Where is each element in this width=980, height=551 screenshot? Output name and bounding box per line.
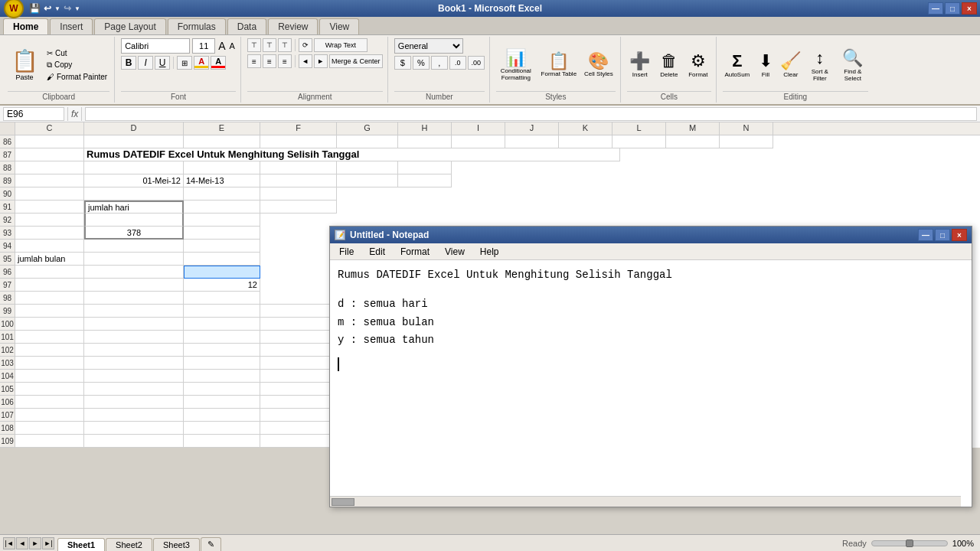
tab-page-layout[interactable]: Page Layout [94, 18, 165, 34]
currency-button[interactable]: $ [394, 56, 411, 70]
notepad-text-area[interactable]: Rumus DATEDIF Excel Untuk Menghitung Sel… [330, 260, 972, 497]
cell-e94[interactable] [184, 240, 260, 253]
redo-icon[interactable]: ↪ [64, 3, 71, 14]
row-header-106[interactable]: 106 [0, 396, 15, 409]
cell-c89[interactable] [15, 174, 84, 187]
notepad-close-button[interactable]: × [952, 229, 967, 241]
formula-input[interactable] [85, 107, 977, 121]
cell-c94[interactable] [15, 240, 84, 253]
col-header-c[interactable]: C [15, 122, 84, 135]
notepad-scrollbar-h[interactable] [330, 496, 961, 507]
notepad-menu-edit[interactable]: Edit [363, 245, 391, 259]
cell-d91[interactable]: jumlah hari [84, 201, 184, 214]
cell-reference-box[interactable] [3, 107, 64, 121]
tab-view[interactable]: View [319, 18, 359, 34]
undo-dropdown[interactable]: ▼ [54, 5, 60, 12]
notepad-menu-format[interactable]: Format [394, 245, 436, 259]
cell-g86[interactable] [337, 135, 398, 148]
cell-d93[interactable]: 378 [84, 227, 184, 240]
cell-j86[interactable] [505, 135, 559, 148]
save-icon[interactable]: 💾 [29, 3, 41, 14]
sheet-nav-prev[interactable]: ◄ [16, 537, 28, 549]
autosum-button[interactable]: Σ AutoSum [723, 51, 752, 78]
cell-c97[interactable] [15, 279, 84, 292]
row-header-89[interactable]: 89 [0, 174, 15, 187]
cell-d92[interactable] [84, 214, 184, 227]
row-header-109[interactable]: 109 [0, 435, 15, 448]
maximize-button[interactable]: □ [945, 2, 960, 15]
row-header-108[interactable]: 108 [0, 422, 15, 435]
conditional-formatting-button[interactable]: 📊 Conditional Formatting [496, 47, 536, 83]
cell-d90[interactable] [84, 187, 184, 201]
sort-filter-button[interactable]: ↕ Sort & Filter [805, 48, 835, 82]
delete-cells-button[interactable]: 🗑 Delete [656, 51, 682, 78]
cell-d88[interactable] [84, 161, 184, 174]
cell-c90[interactable] [15, 187, 84, 201]
close-button[interactable]: × [962, 2, 977, 15]
cell-h88[interactable] [398, 161, 452, 174]
number-format-select[interactable]: General Number Currency Date [394, 38, 463, 54]
rotate-text-button[interactable]: ⟳ [299, 38, 312, 52]
format-cells-button[interactable]: ⚙ Format [685, 51, 711, 78]
sheet-tab-sheet3[interactable]: Sheet3 [153, 538, 200, 551]
font-color-button[interactable]: A [211, 56, 226, 70]
tab-home[interactable]: Home [3, 18, 48, 34]
cell-c87[interactable] [15, 148, 84, 161]
sheet-nav-last[interactable]: ►| [42, 537, 54, 549]
fill-button[interactable]: ⬇ Fill [754, 51, 777, 78]
notepad-menu-file[interactable]: File [333, 245, 360, 259]
cell-f89[interactable] [260, 174, 337, 187]
cell-c86[interactable] [15, 135, 84, 148]
cell-d97[interactable] [84, 279, 184, 292]
cell-d86[interactable] [84, 135, 184, 148]
cell-i86[interactable] [452, 135, 505, 148]
cell-d87[interactable]: Rumus DATEDIF Excel Untuk Menghitung Sel… [84, 148, 620, 161]
italic-button[interactable]: I [138, 56, 153, 70]
insert-cells-button[interactable]: ➕ Insert [627, 51, 653, 78]
row-header-107[interactable]: 107 [0, 409, 15, 422]
row-header-87[interactable]: 87 [0, 148, 15, 161]
cell-d95[interactable] [84, 253, 184, 266]
cell-c92[interactable] [15, 214, 84, 227]
zoom-slider-track[interactable] [871, 540, 948, 546]
indent-increase-button[interactable]: ► [314, 54, 328, 68]
row-header-91[interactable]: 91 [0, 201, 15, 214]
notepad-window[interactable]: 📝 Untitled - Notepad — □ × File Edit For… [329, 226, 972, 507]
cell-e88[interactable] [184, 161, 260, 174]
row-header-98[interactable]: 98 [0, 292, 15, 305]
cell-e86[interactable] [184, 135, 260, 148]
align-top-left-button[interactable]: ⊤ [247, 38, 261, 52]
merge-center-button[interactable]: Merge & Center [329, 54, 383, 68]
border-button[interactable]: ⊞ [177, 56, 192, 70]
decrease-decimal-button[interactable]: .00 [468, 56, 485, 70]
cell-e91[interactable] [184, 201, 260, 214]
col-header-g[interactable]: G [337, 122, 398, 135]
row-header-102[interactable]: 102 [0, 344, 15, 357]
format-painter-button[interactable]: 🖌Format Painter [44, 72, 109, 82]
cell-d94[interactable] [84, 240, 184, 253]
cell-e92[interactable] [184, 214, 260, 227]
fill-color-button[interactable]: A [194, 56, 209, 70]
cell-e90[interactable] [184, 187, 260, 201]
find-select-button[interactable]: 🔍 Find & Select [838, 48, 868, 82]
bold-button[interactable]: B [121, 56, 136, 70]
format-as-table-button[interactable]: 📋 Format Table [539, 50, 579, 80]
align-left-button[interactable]: ≡ [247, 54, 261, 68]
row-header-103[interactable]: 103 [0, 357, 15, 370]
indent-decrease-button[interactable]: ◄ [299, 54, 312, 68]
cell-e97[interactable]: 12 [184, 279, 260, 292]
paste-button[interactable]: 📋 Paste [8, 42, 41, 88]
row-header-90[interactable]: 90 [0, 187, 15, 201]
row-header-86[interactable]: 86 [0, 135, 15, 148]
col-header-n[interactable]: N [720, 122, 773, 135]
align-top-center-button[interactable]: ⊤ [263, 38, 276, 52]
col-header-j[interactable]: J [505, 122, 559, 135]
row-header-92[interactable]: 92 [0, 214, 15, 227]
font-name-input[interactable] [121, 38, 190, 54]
notepad-menu-help[interactable]: Help [474, 245, 505, 259]
row-header-101[interactable]: 101 [0, 331, 15, 344]
align-right-button[interactable]: ≡ [278, 54, 292, 68]
row-header-93[interactable]: 93 [0, 227, 15, 240]
col-header-k[interactable]: K [559, 122, 612, 135]
cell-c91[interactable] [15, 201, 84, 214]
